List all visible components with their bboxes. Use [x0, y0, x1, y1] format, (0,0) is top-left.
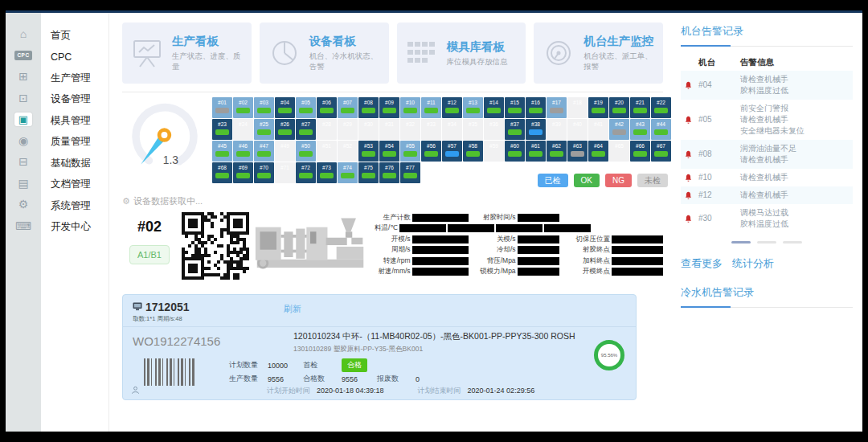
machine-tile[interactable]: #10: [400, 97, 420, 118]
machine-tile[interactable]: #70: [254, 162, 274, 183]
alarm-row[interactable]: #10请检查机械手: [681, 169, 853, 186]
machine-tile[interactable]: #64: [588, 141, 608, 162]
alarm-row[interactable]: #08润滑油油量不足请检查机械手: [681, 140, 853, 169]
alarm-row[interactable]: #05前安全门警报请检查机械手安全继电器未复位: [681, 100, 853, 140]
machine-tile[interactable]: #16: [526, 97, 546, 118]
page-dot-3[interactable]: [783, 241, 802, 244]
machine-tile[interactable]: #58: [463, 141, 483, 162]
machine-tile[interactable]: #65: [609, 141, 629, 162]
machine-tile[interactable]: #57: [442, 141, 462, 162]
sidebar-item-production[interactable]: 生产管理: [41, 68, 108, 89]
machine-tile[interactable]: #15: [505, 97, 525, 118]
machine-tile[interactable]: #60: [505, 141, 525, 162]
card-machine-monitor[interactable]: 机台生产监控 机台状态、派工单、报警: [534, 23, 663, 84]
legend-ng[interactable]: NG: [605, 174, 632, 187]
machine-tile[interactable]: #06: [317, 97, 337, 118]
machine-tile[interactable]: #34: [442, 119, 462, 140]
machine-tile[interactable]: #44: [651, 119, 671, 140]
stats-analysis-link[interactable]: 统计分析: [732, 256, 774, 271]
machine-tile[interactable]: #11: [421, 97, 441, 118]
machine-tile[interactable]: #28: [317, 119, 337, 140]
machine-tile[interactable]: #50: [296, 141, 316, 162]
sidebar-item-quality[interactable]: 质量管理: [41, 132, 108, 153]
card-production-board[interactable]: 生产看板 生产状态、进度、质量: [122, 23, 252, 84]
sidebar-item-equipment[interactable]: 设备管理: [41, 89, 108, 111]
machine-tile[interactable]: #75: [358, 162, 379, 183]
machine-tile[interactable]: #47: [254, 141, 274, 162]
machine-tile[interactable]: #02: [233, 97, 253, 118]
machine-tile[interactable]: #40: [567, 119, 588, 140]
machine-tile[interactable]: #27: [296, 119, 316, 140]
machine-tile[interactable]: #69: [233, 162, 253, 183]
machine-tile[interactable]: #46: [233, 141, 253, 162]
machine-tile[interactable]: #24: [233, 119, 253, 140]
machine-tile[interactable]: #07: [338, 97, 358, 118]
machine-tile[interactable]: #56: [421, 141, 441, 162]
sidebar-item-dev[interactable]: 开发中心: [41, 217, 108, 239]
operator-icon[interactable]: [131, 386, 140, 396]
machine-tile[interactable]: #68: [212, 162, 232, 183]
legend-checked[interactable]: 已检: [538, 174, 568, 187]
machine-tile[interactable]: #31: [379, 119, 399, 140]
chiller-alarm-title[interactable]: 冷水机告警记录: [681, 285, 853, 300]
machine-tile[interactable]: #76: [379, 162, 399, 183]
machine-tile[interactable]: #63: [567, 141, 588, 162]
machine-tile[interactable]: #03: [254, 97, 274, 118]
sidebar-item-document[interactable]: 文档管理: [41, 174, 108, 196]
machine-tile[interactable]: #32: [400, 119, 420, 140]
cpc-icon[interactable]: CPC: [6, 45, 41, 67]
document-folder-icon[interactable]: ▤: [6, 173, 41, 194]
machine-tile[interactable]: #52: [338, 141, 358, 162]
sidebar-item-mold[interactable]: 模具管理: [41, 110, 108, 132]
legend-unchecked[interactable]: 未检: [637, 174, 668, 187]
machine-tile[interactable]: #49: [275, 141, 295, 162]
database-icon[interactable]: ⊟: [6, 151, 41, 173]
machine-tile[interactable]: #23: [212, 119, 232, 140]
card-equipment-board[interactable]: 设备看板 机台、冷水机状态、告警: [260, 23, 389, 84]
machine-tile[interactable]: #17: [547, 97, 567, 118]
machine-tile[interactable]: #36: [484, 119, 504, 140]
machine-tile[interactable]: #22: [651, 97, 671, 118]
home-icon[interactable]: ⌂: [6, 23, 41, 45]
machine-tile[interactable]: #72: [296, 162, 316, 183]
sidebar-item-cpc[interactable]: CPC: [41, 47, 108, 68]
alarm-row[interactable]: #30调模马达过载胶料温度过低: [681, 204, 853, 233]
machine-tile[interactable]: #53: [358, 141, 379, 162]
machine-tile[interactable]: #04: [275, 97, 295, 118]
refresh-link[interactable]: 刷新: [284, 303, 301, 315]
machine-tile[interactable]: #30: [358, 119, 379, 140]
machine-tile[interactable]: #42: [609, 119, 629, 140]
mold-position-badge[interactable]: A1/B1: [129, 245, 170, 264]
machine-tile[interactable]: #05: [296, 97, 316, 118]
mold-icon[interactable]: ▣: [6, 108, 41, 130]
machine-tile[interactable]: #21: [630, 97, 650, 118]
machine-tile[interactable]: #67: [651, 141, 671, 162]
machine-tile[interactable]: #29: [338, 119, 358, 140]
machine-tile[interactable]: #19: [588, 97, 608, 118]
machine-tile[interactable]: #62: [547, 141, 567, 162]
quality-icon[interactable]: ◉: [6, 130, 41, 152]
machine-tile[interactable]: #51: [317, 141, 337, 162]
machine-tile[interactable]: #43: [630, 119, 650, 140]
alarm-row[interactable]: #04请检查机械手胶料温度过低: [681, 71, 853, 100]
machine-tile[interactable]: #18: [567, 97, 588, 118]
machine-tile[interactable]: #55: [400, 141, 420, 162]
machine-tile[interactable]: #39: [547, 119, 567, 140]
page-dot-2[interactable]: [757, 241, 776, 244]
machine-tile[interactable]: #61: [526, 141, 546, 162]
machine-tile[interactable]: #45: [212, 141, 232, 162]
sidebar-item-system[interactable]: 系统管理: [41, 195, 108, 217]
machine-tile[interactable]: #35: [463, 119, 483, 140]
machine-tile[interactable]: #74: [338, 162, 358, 183]
machine-tile[interactable]: #01: [212, 97, 232, 118]
production-folder-icon[interactable]: ⊞: [6, 66, 41, 88]
alarm-row[interactable]: #12请检查机械手: [681, 186, 853, 204]
machine-tile[interactable]: #66: [630, 141, 650, 162]
sidebar-item-basedata[interactable]: 基础数据: [41, 153, 108, 174]
page-dot-1[interactable]: [731, 241, 751, 244]
machine-tile[interactable]: #54: [379, 141, 399, 162]
equipment-icon[interactable]: ⊡: [6, 88, 41, 109]
dev-center-icon[interactable]: ⌨: [6, 215, 41, 237]
machine-tile[interactable]: #77: [400, 162, 420, 183]
machine-tile[interactable]: #12: [442, 97, 462, 118]
